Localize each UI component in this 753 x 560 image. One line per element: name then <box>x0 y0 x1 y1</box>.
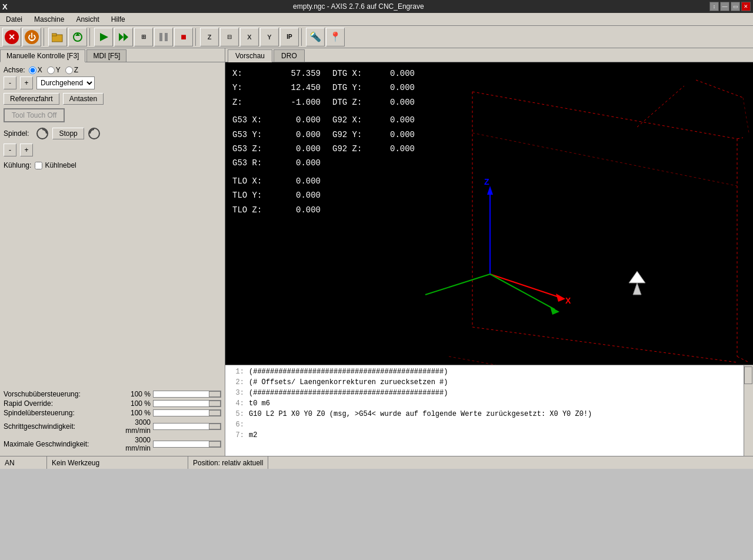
tab-dro[interactable]: DRO <box>274 49 305 62</box>
line-num-5: 5: <box>228 409 244 419</box>
power-btn[interactable]: ⏻ <box>22 28 41 46</box>
schritt-track[interactable] <box>153 423 221 430</box>
minus-btn[interactable]: - <box>4 76 16 89</box>
home-y-btn[interactable]: Y <box>260 28 279 46</box>
line-text-1: (#######################################… <box>249 366 751 377</box>
app-icon: X <box>2 2 8 11</box>
titlebar: X empty.ngc - AXIS 2.7.6 auf CNC_Engrave… <box>0 0 753 13</box>
restore-btn[interactable]: — <box>720 2 729 11</box>
max-thumb[interactable] <box>209 441 221 447</box>
tab-manual-control[interactable]: Manuelle Kontrolle [F3] <box>0 49 85 62</box>
titlebar-controls[interactable]: ↕ — ▭ ✕ <box>709 2 751 11</box>
touch-z-btn[interactable]: Z <box>200 28 219 46</box>
line-text-6 <box>249 419 751 430</box>
svg-rect-7 <box>159 33 162 41</box>
menu-hilfe[interactable]: Hilfe <box>108 14 129 25</box>
svg-marker-25 <box>556 294 565 302</box>
axis-z-label[interactable]: Z <box>65 66 78 74</box>
spindle-ccw-icon <box>88 127 101 140</box>
status-state: AN <box>0 456 47 469</box>
close-btn[interactable]: ✕ <box>741 2 751 11</box>
schritt-thumb[interactable] <box>209 424 221 429</box>
spindle-plus-btn[interactable]: + <box>20 144 33 156</box>
maximize-btn[interactable]: ▭ <box>731 2 740 11</box>
kuhlung-row: Kühlung: Kühlnebel <box>4 161 221 169</box>
line-num-7: 7: <box>228 430 244 441</box>
max-track[interactable] <box>153 441 221 448</box>
achse-row: Achse: X Y Z <box>4 66 221 74</box>
jog-mode-select[interactable]: Durchgehend Schrittweise <box>36 76 95 89</box>
pause-btn[interactable] <box>154 28 173 46</box>
menu-ansicht[interactable]: Ansicht <box>72 14 102 25</box>
run-btn[interactable] <box>94 28 113 46</box>
viewport[interactable]: X: 57.359 DTG X: 0.000 Y: 12.450 DTG Y: … <box>225 62 753 365</box>
toolbar-sep-3 <box>195 28 198 46</box>
svg-marker-30 <box>629 271 645 283</box>
axis-y-label[interactable]: Y <box>47 66 61 74</box>
minimize-btn[interactable]: ↕ <box>709 2 719 11</box>
vorschub-track[interactable] <box>153 391 221 398</box>
code-panel[interactable]: 1:(#####################################… <box>225 365 753 456</box>
viewport-3d: Z X <box>225 62 753 365</box>
line-text-5: G10 L2 P1 X0 Y0 Z0 (msg, >G54< wurde auf… <box>249 409 751 419</box>
home-ip-btn[interactable]: IP <box>280 28 299 46</box>
stopp-btn[interactable]: Stopp <box>52 128 84 139</box>
touch-neg-btn[interactable]: ⊟ <box>220 28 239 46</box>
code-scrollbar-thumb[interactable] <box>744 366 752 384</box>
line-num-4: 4: <box>228 398 244 409</box>
tab-mdi[interactable]: MDI [F5] <box>86 49 126 62</box>
referenzfahrt-btn[interactable]: Referenzfahrt <box>4 93 59 105</box>
code-scrollbar[interactable] <box>744 365 753 456</box>
svg-marker-5 <box>119 33 124 41</box>
svg-marker-22 <box>487 186 493 195</box>
rapid-value: 100 % <box>121 399 151 408</box>
svg-marker-4 <box>100 33 108 41</box>
laser-btn[interactable]: 🔦 <box>306 28 325 46</box>
rapid-thumb[interactable] <box>209 401 221 406</box>
kuhlung-label: Kühlung: <box>4 161 31 169</box>
axis-z-radio[interactable] <box>65 66 73 74</box>
axis-z-text: Z <box>74 66 78 74</box>
reload-btn[interactable] <box>68 28 87 46</box>
vorschub-thumb[interactable] <box>209 391 221 397</box>
axis-x-radio[interactable] <box>29 66 36 74</box>
kuhlnebel-checkbox[interactable] <box>35 162 42 169</box>
spindel-track[interactable] <box>153 409 221 416</box>
spindel-thumb[interactable] <box>209 410 221 416</box>
home-x-btn[interactable]: X <box>240 28 259 46</box>
menu-datei[interactable]: Datei <box>2 14 26 25</box>
step-btn[interactable]: ⊞ <box>134 28 153 46</box>
toolbar: ✕ ⏻ ⊞ ■ Z ⊟ X Y IP <box>0 26 753 48</box>
run-from-btn[interactable] <box>114 28 133 46</box>
svg-marker-31 <box>633 283 641 295</box>
titlebar-title: empty.ngc - AXIS 2.7.6 auf CNC_Engrave <box>8 2 709 11</box>
stop-btn[interactable]: ✕ <box>2 28 21 46</box>
axis-y-radio[interactable] <box>47 66 55 74</box>
rapid-label: Rapid Override: <box>4 399 121 408</box>
left-panel: Manuelle Kontrolle [F3] MDI [F5] Achse: … <box>0 48 225 456</box>
line-text-3: (#######################################… <box>249 388 751 398</box>
line-num-2: 2: <box>228 377 244 388</box>
folder-icon <box>52 32 64 42</box>
stop-run-btn[interactable]: ■ <box>174 28 193 46</box>
menu-maschine[interactable]: Maschine <box>31 14 68 25</box>
svg-line-19 <box>696 80 743 98</box>
antasten-btn[interactable]: Antasten <box>63 93 104 105</box>
line-num-3: 3: <box>228 388 244 398</box>
rapid-track[interactable] <box>153 400 221 407</box>
plus-btn[interactable]: + <box>20 76 33 89</box>
svg-marker-29 <box>550 306 559 315</box>
toolbar-sep-2 <box>89 28 92 46</box>
tool-touch-btn[interactable]: Tool Touch Off <box>4 108 65 122</box>
toolbar-sep-1 <box>44 28 46 46</box>
code-line-2: 2:(# Offsets/ Laengenkorrekturen zurueck… <box>228 377 751 388</box>
estop-icon[interactable]: ✕ <box>5 30 19 44</box>
spindle-row: Spindel: Stopp <box>4 127 221 140</box>
axis-x-label[interactable]: X <box>29 66 42 74</box>
slider-max: Maximale Geschwindigkeit: 3000 mm/min <box>4 436 221 452</box>
svg-text:Z: Z <box>484 177 489 186</box>
marker-btn[interactable]: 📍 <box>326 28 345 46</box>
spindle-minus-btn[interactable]: - <box>4 144 16 156</box>
open-btn[interactable] <box>48 28 67 46</box>
tab-vorschau[interactable]: Vorschau <box>228 49 272 62</box>
